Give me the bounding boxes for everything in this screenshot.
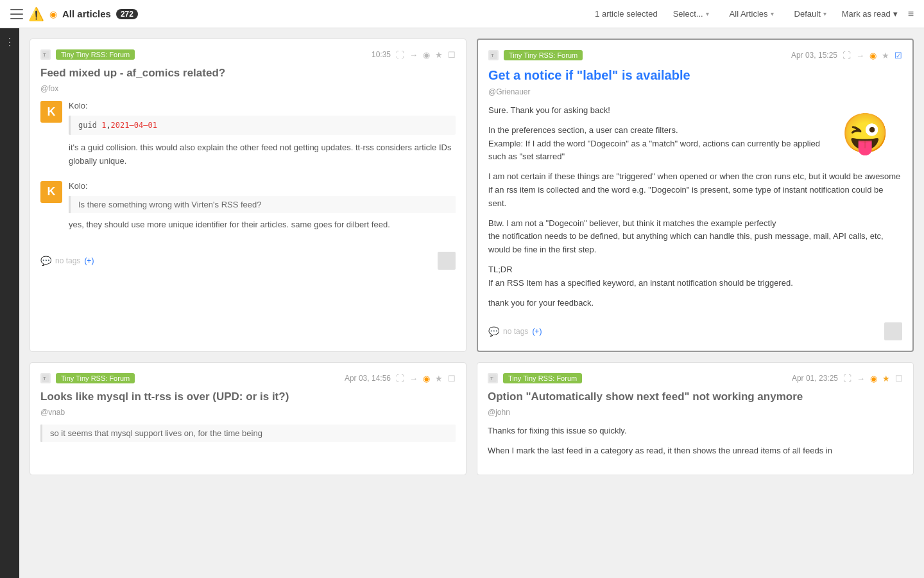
content-p3: I am not certain if these things are "tr… xyxy=(488,170,902,210)
feed-favicon: T xyxy=(40,49,51,60)
card-time-4: Apr 01, 23:25 xyxy=(792,374,838,383)
card-header-3: T Tiny Tiny RSS: Forum Apr 03, 14:56 ⛶ →… xyxy=(40,373,456,383)
article-author: @fox xyxy=(40,84,456,93)
content-p2: In the preferences section, a user can c… xyxy=(488,124,902,164)
card-header-left: T Tiny Tiny RSS: Forum xyxy=(40,49,135,60)
article-card-3: T Tiny Tiny RSS: Forum Apr 03, 14:56 ⛶ →… xyxy=(30,362,466,475)
feed-favicon-4: T xyxy=(488,373,498,383)
article-title-3: Looks like mysql in tt-rss is over (UPD:… xyxy=(40,390,456,404)
comment-2: K Kolo: Is there something wrong with Vi… xyxy=(40,181,456,240)
card-header: T Tiny Tiny RSS: Forum 10:35 ⛶ → ◉ ★ ☐ xyxy=(40,49,456,60)
card-header-right-4: Apr 01, 23:25 ⛶ → ◉ ★ ☐ xyxy=(792,374,903,383)
default-arrow: ▾ xyxy=(823,10,826,17)
card-header-left-3: T Tiny Tiny RSS: Forum xyxy=(40,373,135,383)
avatar-k2: K xyxy=(40,181,62,203)
expand-icon[interactable]: ⛶ xyxy=(396,50,404,60)
checkbox-icon-3[interactable]: ☐ xyxy=(448,374,456,383)
comment-1-body: Kolo: guid 1,2021–04–01 it's a guid coll… xyxy=(69,101,456,176)
card-thumbnail-1 xyxy=(438,252,456,270)
checkbox-icon[interactable]: ☐ xyxy=(448,50,456,60)
comment-1-text: it's a guid collision. this would also e… xyxy=(69,141,456,168)
article-author-4: @john xyxy=(488,408,903,417)
checkbox-icon-4[interactable]: ☐ xyxy=(895,374,903,383)
mark-as-read-button[interactable]: Mark as read ▾ xyxy=(842,9,898,19)
sidebar-toggle[interactable] xyxy=(10,9,23,19)
card-header-2: T Tiny Tiny RSS: Forum Apr 03, 15:25 ⛶ →… xyxy=(488,50,902,60)
feed-favicon-3: T xyxy=(40,373,51,383)
article-title-4: Option "Automatically show next feed" no… xyxy=(488,390,903,404)
svg-text:T: T xyxy=(43,376,46,381)
card-header-right-3: Apr 03, 14:56 ⛶ → ◉ ★ ☐ xyxy=(345,374,456,383)
card-footer-2: 💬 no tags (+) xyxy=(488,317,902,340)
svg-text:T: T xyxy=(43,52,46,58)
card-header-right: 10:35 ⛶ → ◉ ★ ☐ xyxy=(372,50,456,60)
article-title-2: Get a notice if "label" is available xyxy=(488,67,902,83)
select-arrow: ▾ xyxy=(706,10,709,17)
article-card-selected: T Tiny Tiny RSS: Forum Apr 03, 15:25 ⛶ →… xyxy=(477,39,914,352)
card-time: 10:35 xyxy=(372,50,391,59)
all-articles-arrow: ▾ xyxy=(771,10,774,17)
article-author-2: @Grienauer xyxy=(488,87,902,96)
tags-label-2: no tags xyxy=(503,327,528,336)
mark-as-read-arrow: ▾ xyxy=(893,9,898,19)
content-4-p2: When I mark the last feed in a category … xyxy=(488,444,903,458)
star-icon-3[interactable]: ★ xyxy=(435,374,443,383)
comment-2-text: yes, they should use more unique identif… xyxy=(69,218,456,232)
tags-area-1: 💬 no tags (+) xyxy=(40,256,94,266)
rss-icon-2[interactable]: ◉ xyxy=(869,51,877,60)
tags-add-1[interactable]: (+) xyxy=(84,256,94,265)
comment-icon-2: 💬 xyxy=(488,326,499,337)
feed-tag-2: Tiny Tiny RSS: Forum xyxy=(504,50,583,60)
svg-rect-2 xyxy=(441,256,452,266)
topbar-title: All articles xyxy=(62,8,111,19)
expand-icon-4[interactable]: ⛶ xyxy=(843,374,851,383)
card-header-left-2: T Tiny Tiny RSS: Forum xyxy=(488,50,583,60)
feed-tag-4: Tiny Tiny RSS: Forum xyxy=(503,373,582,383)
quote-block-3: so it seems that mysql support lives on,… xyxy=(40,425,456,442)
card-time-2: Apr 03, 15:25 xyxy=(791,51,837,60)
card-header-left-4: T Tiny Tiny RSS: Forum xyxy=(488,373,582,383)
rss-feed-icon[interactable]: ◉ xyxy=(423,50,430,60)
tags-label-1: no tags xyxy=(55,256,80,265)
star-icon-2[interactable]: ★ xyxy=(882,51,889,60)
avatar-name-2: Kolo: xyxy=(69,181,456,191)
comment-2-body: Kolo: Is there something wrong with Virt… xyxy=(69,181,456,240)
comment-icon: 💬 xyxy=(40,256,51,266)
content-p5: TL;DRIf an RSS Item has a specified keyw… xyxy=(488,263,902,290)
expand-icon-3[interactable]: ⛶ xyxy=(396,374,404,383)
feed-tag-3: Tiny Tiny RSS: Forum xyxy=(56,373,135,383)
all-articles-button[interactable]: All Articles ▾ xyxy=(724,6,779,21)
checkbox-icon-2[interactable]: ☑ xyxy=(894,51,902,60)
content-p1: Sure. Thank you for asking back! xyxy=(488,104,902,118)
star-icon-4[interactable]: ★ xyxy=(882,374,890,383)
content-p4: Btw. I am not a "Dogecoin" believer, but… xyxy=(488,217,902,257)
star-icon[interactable]: ★ xyxy=(435,50,443,60)
select-button[interactable]: Select... ▾ xyxy=(668,6,714,21)
quote-block: Is there something wrong with Virten's R… xyxy=(69,196,456,213)
rss-icon-4[interactable]: ◉ xyxy=(870,374,877,383)
forward-icon[interactable]: → xyxy=(409,50,418,60)
content-4-p1: Thanks for fixing this issue so quickly. xyxy=(488,425,903,438)
article-content-2: 😜 Sure. Thank you for asking back! In th… xyxy=(488,104,902,310)
code-block: guid 1,2021–04–01 xyxy=(69,116,456,135)
expand-icon-2[interactable]: ⛶ xyxy=(843,51,851,60)
forward-icon-3[interactable]: → xyxy=(409,374,418,383)
topbar-right: 1 article selected Select... ▾ All Artic… xyxy=(595,6,914,21)
emoji-wink: 😜 xyxy=(841,110,889,156)
tags-add-2[interactable]: (+) xyxy=(532,327,542,336)
rss-icon-3[interactable]: ◉ xyxy=(423,374,430,383)
default-button[interactable]: Default ▾ xyxy=(789,6,832,21)
sidebar-dots: ⋮ xyxy=(0,28,19,56)
svg-rect-5 xyxy=(888,326,898,337)
selected-label: 1 article selected xyxy=(595,9,658,19)
feed-favicon-2: T xyxy=(488,50,499,60)
article-title: Feed mixed up - af_comics related? xyxy=(40,66,456,80)
hamburger-icon[interactable]: ≡ xyxy=(908,8,914,20)
card-footer-1: 💬 no tags (+) xyxy=(40,247,456,270)
feed-tag: Tiny Tiny RSS: Forum xyxy=(56,49,135,60)
forward-icon-4[interactable]: → xyxy=(857,374,865,383)
avatar-k1: K xyxy=(40,101,62,123)
article-author-3: @vnab xyxy=(40,408,456,417)
svg-text:T: T xyxy=(491,53,494,58)
forward-icon-2[interactable]: → xyxy=(856,51,864,60)
